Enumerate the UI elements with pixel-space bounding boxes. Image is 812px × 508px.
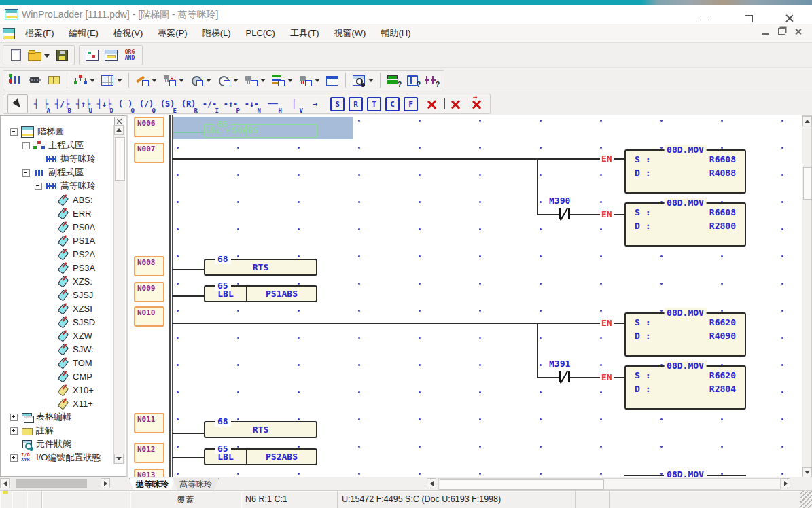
scroll-down-button[interactable] [802,467,812,477]
function-letter-button[interactable]: R [349,97,363,111]
lbl-block-ps1abs[interactable]: 65 LBL PS1ABS [204,285,317,302]
function-letter-button[interactable]: T [367,97,381,111]
ladder-element-button[interactable]: ┤/├B [52,95,73,113]
ladder-element-button[interactable]: ┤ ├A [31,95,52,113]
motor-monitor-button[interactable] [188,71,213,89]
ladder-horizontal-scrollbar[interactable] [438,478,781,490]
tree-expander[interactable] [10,454,18,462]
tree-horizontal-scrollbar[interactable] [11,478,101,490]
ladder-window-button[interactable] [103,46,119,64]
project-structure-button[interactable] [72,71,96,89]
tab-sub-program[interactable]: 萵等咪玲 [173,478,219,490]
network-marker[interactable]: N008 [134,256,164,276]
ladder-scroll-left-button[interactable] [427,478,436,488]
network-marker[interactable]: N012 [134,443,164,463]
tree-item[interactable]: 拋等咪玲 [2,152,113,166]
project-tree-button[interactable] [84,46,100,64]
ladder-element-button[interactable]: → [304,95,325,113]
tree-item[interactable]: SJSD [2,315,113,329]
ladder-convert-button[interactable] [7,71,24,89]
mov-block[interactable]: 08D.MOV S :R6620 D :R2804 [624,365,746,410]
ladder-element-button[interactable]: ( )O [115,95,136,113]
ladder-vertical-scrollbar[interactable] [802,115,812,478]
status-query-button[interactable]: ? [385,71,402,89]
child-close-icon[interactable] [795,29,801,35]
scrollbar-thumb[interactable] [115,137,125,181]
tree-expander[interactable] [10,414,18,421]
maximize-button[interactable] [744,14,754,23]
menu-item[interactable]: 編輯(E) [62,26,106,40]
delete-row-button[interactable]: → [467,99,486,109]
menu-item[interactable]: 檔案(F) [18,26,62,40]
element-list-button[interactable] [270,71,294,89]
ladder-element-button[interactable]: -↑-P [220,95,241,113]
mov-block[interactable]: 08D.MOV S :R6620 D :R4090 [624,312,746,357]
rts-block[interactable]: 68 RTS [204,259,317,276]
mov-block[interactable]: 08D.MOV S :R6608 D :R2800 [624,202,746,247]
tree-expander[interactable] [35,183,42,190]
network-marker[interactable]: N007 [134,143,164,163]
ladder-scroll-right-button[interactable] [781,478,790,488]
ladder-element-button[interactable]: (R)R [178,95,199,113]
tree-item[interactable]: PS1A [2,234,113,247]
tree-item[interactable]: 階梯圖 [2,125,113,139]
tree-item[interactable]: 副程式區 [2,166,113,179]
tree-item[interactable]: PS3A [2,261,113,274]
tree-item[interactable]: ABS: [2,193,113,206]
scrollbar-thumb[interactable] [803,167,812,200]
scroll-up-button[interactable] [114,125,124,135]
chip-config-button[interactable] [27,71,43,89]
ladder-element-button[interactable]: ┤↑├U [73,95,94,113]
contact-query-button[interactable]: ? [423,71,440,89]
ladder-element-button[interactable]: ┤↓├D [94,95,115,113]
close-button[interactable] [785,14,794,23]
tree-item[interactable]: 主程式區 [2,139,113,152]
tree-item[interactable]: I/O編號配置狀態 [2,451,113,465]
tree-expander[interactable] [22,169,30,177]
grid-view-button[interactable] [99,71,124,89]
ladder-element-button[interactable]: (S)E [157,95,178,113]
tree-expander[interactable] [10,128,18,136]
zoom-preview-button[interactable] [351,71,375,89]
function-letter-button[interactable]: S [330,97,345,111]
scrollbar-thumb[interactable] [16,479,87,488]
tree-item[interactable]: 表格編輯 [2,410,113,424]
network-marker[interactable]: N006 [134,117,164,137]
tree-item[interactable]: XZS: [2,274,113,288]
delete-vertical-button[interactable] [444,98,465,109]
tree-item[interactable]: X11+ [2,397,113,410]
tree-item[interactable]: 元件狀態 [2,437,113,451]
tree-expander[interactable] [10,427,18,435]
tree-expander[interactable] [22,142,30,149]
tree-item[interactable]: XZSI [2,302,113,315]
signal-monitor-button[interactable]: ∿ [161,71,186,89]
tree-item[interactable]: XZW [2,329,113,342]
io-device-button[interactable] [243,71,267,89]
tree-item[interactable]: SJSJ [2,288,113,302]
function-letter-button[interactable]: C [385,97,400,111]
instruction-list-button[interactable]: ORG AND [122,46,138,64]
tree-item[interactable]: 註解 [2,424,113,437]
menu-item[interactable]: 輔助(H) [373,26,418,40]
mov-block[interactable]: 08D.MOV S :R6608 D :R4088 [624,149,746,194]
network-marker[interactable]: N011 [134,413,164,433]
module-monitor-button[interactable] [297,71,321,89]
ladder-element-button[interactable]: (/)Q [136,95,157,113]
menu-item[interactable]: 檢視(V) [106,26,150,40]
ladder-element-button[interactable]: │V [283,95,304,113]
tree-scroll-left-button[interactable] [0,478,10,488]
ladder-element-button[interactable]: -↓-N [241,95,262,113]
resize-grip[interactable] [800,491,812,508]
tree-item[interactable]: X10+ [2,383,113,397]
tree-item[interactable]: TOM [2,356,113,369]
pointer-tool-button[interactable] [7,94,28,113]
network-marker[interactable]: N010 [134,306,164,327]
tree-vertical-scrollbar[interactable] [113,125,125,464]
scrollbar-thumb[interactable] [440,479,604,490]
ladder-element-button[interactable]: -/-I [199,95,220,113]
edit-comment-button[interactable] [134,71,158,89]
menu-item[interactable]: 專案(P) [150,26,194,40]
tree-scroll-right-button[interactable] [101,478,110,488]
tree-item[interactable]: 萵等咪玲 [2,179,113,193]
rts-block[interactable]: 68 RTS [204,421,317,438]
